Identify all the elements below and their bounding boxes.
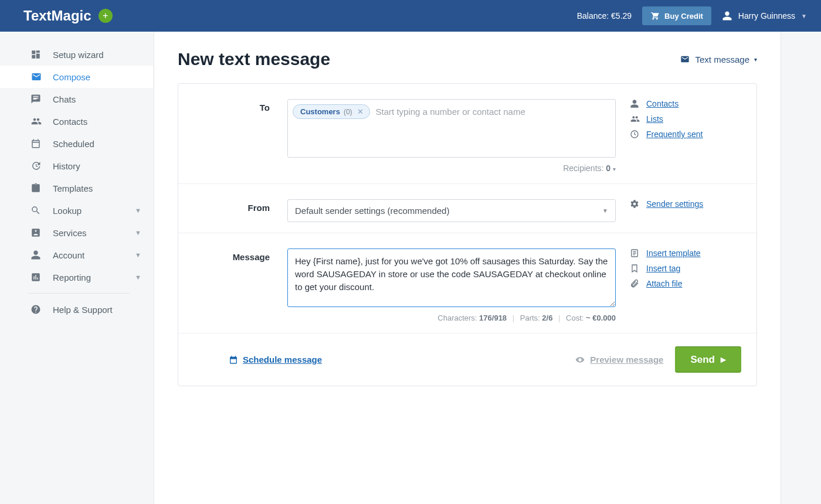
schedule-label: Schedule message [243, 355, 322, 365]
to-label: To [194, 99, 287, 173]
brand-text: TextMagic [23, 8, 91, 24]
from-section: From Default sender settings (recommende… [178, 184, 756, 233]
panel-footer: Schedule message Preview message Send ▸ [178, 333, 756, 386]
link-attach-file[interactable]: Attach file [630, 279, 741, 288]
sidebar-item-chats[interactable]: Chats [0, 88, 153, 110]
from-value: Default sender settings (recommended) [295, 206, 449, 216]
to-field[interactable]: Customers (0) ✕ [287, 99, 616, 158]
sidebar-item-services[interactable]: Services ▼ [0, 222, 153, 244]
user-menu[interactable]: Harry Guinness ▼ [722, 11, 807, 21]
sidebar-item-reporting[interactable]: Reporting ▼ [0, 266, 153, 288]
chevron-down-icon: ▼ [135, 251, 141, 258]
sidebar-item-lookup[interactable]: Lookup ▼ [0, 199, 153, 222]
user-icon [630, 99, 640, 108]
account-icon [30, 250, 42, 260]
help-icon [30, 304, 42, 315]
sidebar-item-contacts[interactable]: Contacts [0, 110, 153, 132]
sidebar-item-templates[interactable]: Templates [0, 177, 153, 199]
cart-icon [650, 11, 660, 21]
sidebar-label: Chats [53, 94, 76, 104]
message-section: Message Characters: 176/918 | Parts: 2/6… [178, 233, 756, 333]
user-name: Harry Guinness [738, 11, 795, 21]
sidebar-label: Account [53, 250, 84, 260]
chevron-down-icon: ▾ [754, 56, 757, 63]
chip-count: (0) [344, 108, 352, 116]
sidebar-item-account[interactable]: Account ▼ [0, 244, 153, 266]
preview-message-link[interactable]: Preview message [575, 355, 663, 365]
link-lists[interactable]: Lists [630, 114, 741, 124]
message-stats: Characters: 176/918 | Parts: 2/6 | Cost:… [287, 309, 616, 322]
message-label: Message [194, 248, 287, 322]
eye-icon [575, 355, 585, 365]
chevron-down-icon: ▾ [613, 166, 616, 172]
sidebar-item-compose[interactable]: Compose [0, 66, 153, 88]
sidebar-label: Scheduled [53, 139, 94, 149]
chars-label: Characters: [437, 314, 477, 322]
chevron-down-icon: ▼ [602, 207, 608, 214]
gear-icon [630, 199, 640, 209]
topbar: TextMagic + Balance: €5.29 Buy Credit Ha… [0, 0, 821, 32]
to-input[interactable] [374, 104, 610, 119]
chevron-down-icon: ▼ [135, 207, 141, 214]
message-type-dropdown[interactable]: Text message ▾ [680, 55, 757, 64]
brand-logo[interactable]: TextMagic + [23, 8, 113, 24]
sidebar-label: History [53, 161, 80, 171]
contacts-icon [30, 116, 42, 127]
sidebar-item-scheduled[interactable]: Scheduled [0, 132, 153, 155]
add-icon[interactable]: + [99, 9, 113, 23]
chars-value: 176/918 [479, 314, 507, 322]
cost-value: ~ €0.000 [586, 314, 616, 322]
parts-value: 2/6 [542, 314, 552, 322]
from-select[interactable]: Default sender settings (recommended) ▼ [287, 199, 616, 222]
divider [28, 293, 130, 294]
sidebar-item-history[interactable]: History [0, 155, 153, 177]
link-text: Frequently sent [646, 130, 703, 139]
schedule-message-link[interactable]: Schedule message [229, 355, 322, 365]
buy-credit-button[interactable]: Buy Credit [642, 6, 711, 25]
template-icon [630, 248, 640, 258]
user-icon [722, 11, 732, 21]
type-label: Text message [695, 55, 749, 64]
calendar-icon [229, 355, 238, 365]
clipboard-icon [30, 183, 42, 193]
balance-text: Balance: €5.29 [577, 11, 632, 21]
recipients-value: 0 [606, 164, 610, 173]
chip-remove-icon[interactable]: ✕ [356, 107, 365, 116]
link-contacts[interactable]: Contacts [630, 99, 741, 108]
sidebar-item-help[interactable]: Help & Support [0, 298, 153, 321]
link-sender-settings[interactable]: Sender settings [630, 199, 741, 209]
sidebar-label: Help & Support [53, 305, 113, 315]
link-text: Lists [646, 114, 663, 124]
sidebar-item-setup[interactable]: Setup wizard [0, 43, 153, 66]
compose-icon [30, 71, 42, 82]
search-icon [30, 205, 42, 216]
sidebar-label: Services [53, 228, 87, 238]
link-text: Attach file [646, 279, 682, 288]
page-title: New text message [178, 49, 330, 69]
sidebar: Setup wizard Compose Chats Contacts [0, 32, 154, 504]
buy-credit-label: Buy Credit [664, 12, 703, 21]
recipient-chip[interactable]: Customers (0) ✕ [293, 104, 370, 119]
to-section: To Customers (0) ✕ Recipients: [178, 84, 756, 184]
link-text: Sender settings [646, 199, 703, 209]
send-label: Send [690, 354, 715, 366]
attach-icon [630, 279, 640, 288]
cost-label: Cost: [566, 314, 583, 322]
link-frequently-sent[interactable]: Frequently sent [630, 130, 741, 139]
recipients-count-dropdown[interactable]: Recipients: 0 ▾ [287, 158, 616, 173]
sidebar-label: Lookup [53, 206, 82, 216]
history-icon [30, 161, 42, 171]
chart-icon [30, 272, 42, 282]
link-insert-template[interactable]: Insert template [630, 248, 741, 258]
chip-name: Customers [300, 107, 340, 116]
message-textarea[interactable] [287, 248, 616, 307]
from-label: From [194, 199, 287, 222]
link-text: Contacts [646, 99, 678, 108]
link-text: Insert tag [646, 264, 680, 273]
link-insert-tag[interactable]: Insert tag [630, 264, 741, 273]
send-button[interactable]: Send ▸ [675, 346, 741, 373]
link-text: Insert template [646, 248, 701, 258]
recipients-label: Recipients: [563, 164, 603, 173]
chevron-right-icon: ▸ [721, 353, 726, 366]
group-icon [630, 114, 640, 124]
